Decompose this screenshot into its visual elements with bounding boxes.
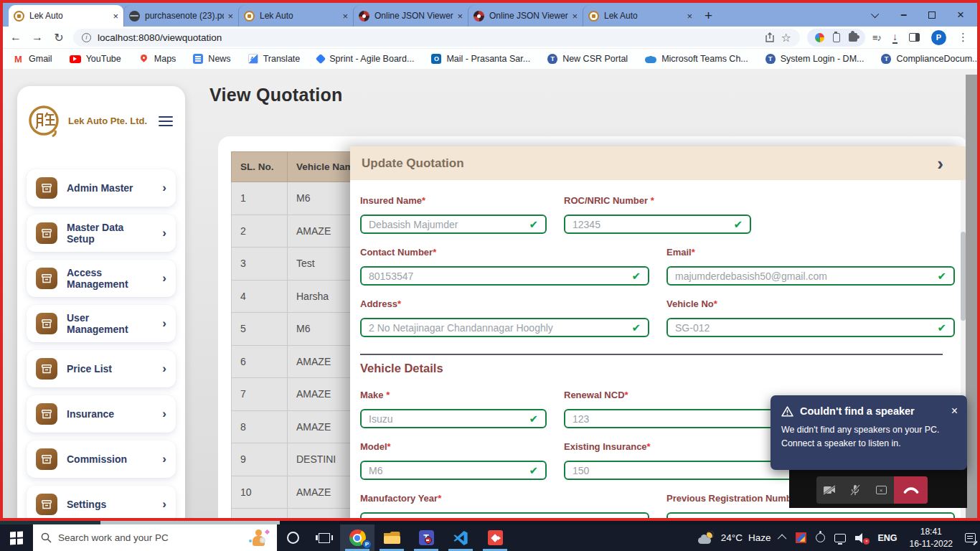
extensions-puzzle-icon[interactable]: [849, 33, 857, 42]
sidebar-item[interactable]: Insurance ›: [27, 395, 176, 433]
valid-check-icon: ✔: [631, 270, 641, 281]
sidebar-item[interactable]: Price List ›: [27, 350, 176, 387]
tab-favicon: [588, 11, 599, 22]
bookmark-item[interactable]: Mail - Prasanta Sar...: [431, 54, 530, 64]
taskbar-search-box[interactable]: Search work and your PC: [33, 524, 277, 551]
taskbar-app-teams[interactable]: T: [409, 524, 443, 551]
bookmark-item[interactable]: YouTube: [70, 54, 121, 64]
manufactory-year-input[interactable]: 2022✔: [360, 512, 649, 521]
language-indicator[interactable]: ENG: [877, 533, 897, 543]
extension-colorful-icon[interactable]: [815, 33, 824, 42]
media-playlist-icon[interactable]: ≡♪: [872, 32, 881, 43]
model-input[interactable]: M6✔: [360, 461, 547, 480]
valid-check-icon: ✔: [937, 517, 946, 521]
drawer-collapse-chevron-icon[interactable]: ›: [937, 154, 943, 173]
call-controls: ×: [816, 476, 928, 504]
bookmark-favicon: [316, 54, 326, 64]
tray-circle-icon[interactable]: [816, 533, 825, 542]
tab-close-icon[interactable]: ×: [457, 11, 463, 22]
insured-name-input[interactable]: Debasish Majumder✔: [360, 215, 547, 234]
tab-close-icon[interactable]: ×: [687, 11, 692, 22]
previous-registration-input[interactable]: 2102✔: [666, 512, 955, 521]
action-center-icon[interactable]: [965, 533, 976, 542]
start-button[interactable]: [0, 524, 33, 551]
extension-clipboard-icon[interactable]: [833, 33, 840, 42]
browser-tab[interactable]: Lek Auto ×: [583, 5, 697, 27]
downloads-icon[interactable]: ↓: [892, 32, 897, 44]
email-input[interactable]: majumderdebasish50@gmail.com✔: [666, 266, 955, 286]
archive-box-icon: [36, 177, 57, 199]
hang-up-button[interactable]: [894, 476, 928, 504]
bookmark-item[interactable]: Gmail: [13, 54, 52, 65]
tray-app-icon[interactable]: [796, 532, 806, 543]
window-close-button[interactable]: ×: [957, 8, 964, 22]
bookmark-item[interactable]: Sprint - Agile Board...: [317, 54, 414, 64]
cell-slno: 6: [232, 345, 288, 378]
browser-tab[interactable]: Online JSON Viewer ×: [468, 5, 583, 27]
speaker-muted-icon[interactable]: ×: [855, 533, 868, 543]
dnd-badge: [425, 537, 432, 544]
weather-widget[interactable]: 24°C Haze: [698, 532, 771, 544]
bookmark-item[interactable]: Maps: [138, 54, 176, 65]
url-text[interactable]: localhost:8080/viewquotation: [98, 32, 758, 43]
bookmark-item[interactable]: Microsoft Teams Ch...: [645, 54, 748, 64]
taskbar-app-explorer[interactable]: [374, 524, 409, 551]
browser-tab[interactable]: Lek Auto ×: [238, 5, 353, 27]
cortana-button[interactable]: [277, 524, 308, 551]
address-input[interactable]: 2 No Netajinagar Chandannagar Hooghly✔: [360, 318, 649, 337]
site-info-icon[interactable]: i: [82, 33, 91, 42]
drawer-scrollbar-thumb[interactable]: [961, 232, 966, 321]
make-input[interactable]: Isuzu✔: [360, 409, 547, 428]
mic-off-button[interactable]: [842, 476, 868, 504]
bookmark-star-icon[interactable]: ☆: [781, 31, 791, 44]
roc-nric-input[interactable]: 12345✔: [564, 215, 751, 234]
bookmark-item[interactable]: System Login - DM...: [765, 54, 864, 64]
forward-button[interactable]: →: [30, 31, 44, 44]
sidebar-item[interactable]: Admin Master ›: [27, 169, 176, 207]
browser-tab[interactable]: purchasenote (23).pdf ×: [123, 5, 238, 27]
notification-close-icon[interactable]: ×: [951, 405, 958, 418]
browser-tab[interactable]: Lek Auto ×: [9, 5, 123, 27]
bookmark-item[interactable]: Translate: [248, 54, 301, 64]
hamburger-menu-icon[interactable]: [159, 116, 173, 127]
bookmark-item[interactable]: New CSR Portal: [547, 54, 628, 64]
bookmark-favicon: [645, 57, 656, 63]
new-tab-button[interactable]: +: [705, 8, 712, 24]
tab-close-icon[interactable]: ×: [113, 11, 118, 22]
reload-button[interactable]: ↻: [52, 31, 66, 44]
side-panel-icon[interactable]: [909, 33, 920, 42]
share-window-close-button[interactable]: ×: [868, 476, 894, 504]
taskbar-app-red[interactable]: [478, 524, 512, 551]
vehicle-no-input[interactable]: SG-012✔: [666, 318, 955, 337]
tab-search-chevron-icon[interactable]: [871, 10, 879, 18]
camera-off-button[interactable]: [816, 476, 842, 504]
contact-number-input[interactable]: 80153547✔: [360, 266, 649, 286]
tab-close-icon[interactable]: ×: [572, 11, 578, 22]
sidebar-item[interactable]: Settings ›: [27, 486, 176, 521]
tab-close-icon[interactable]: ×: [227, 11, 233, 22]
browser-tab[interactable]: Online JSON Viewer ×: [353, 5, 468, 27]
tray-display-icon[interactable]: [834, 534, 846, 542]
taskbar-app-vscode[interactable]: [443, 524, 478, 551]
taskbar-app-chrome[interactable]: P: [340, 524, 374, 551]
minimize-button[interactable]: –: [900, 9, 907, 22]
bookmark-item[interactable]: ComplianceDocum...: [881, 54, 979, 64]
share-icon[interactable]: [765, 32, 775, 42]
restore-button[interactable]: [928, 11, 936, 19]
browser-menu-icon[interactable]: ⋮: [958, 31, 969, 44]
sidebar-item[interactable]: Access Management ›: [27, 260, 176, 297]
tray-expand-chevron-icon[interactable]: [778, 534, 787, 544]
taskbar-clock[interactable]: 18:41 16-11-2022: [910, 526, 953, 550]
task-view-button[interactable]: [308, 524, 340, 551]
bookmark-item[interactable]: News: [193, 54, 230, 64]
sidebar-item[interactable]: Master Data Setup ›: [27, 215, 176, 252]
tab-favicon: [359, 11, 369, 22]
profile-avatar[interactable]: P: [931, 30, 946, 45]
field-insured-name: Insured Name* Debasish Majumder✔: [360, 195, 547, 234]
tab-close-icon[interactable]: ×: [342, 11, 348, 22]
sidebar-item[interactable]: Commission ›: [27, 441, 176, 478]
back-button[interactable]: ←: [9, 31, 23, 44]
sidebar-item[interactable]: User Management ›: [27, 305, 176, 342]
address-bar[interactable]: i localhost:8080/viewquotation ☆: [73, 29, 800, 47]
page-scrollbar[interactable]: [966, 75, 977, 521]
